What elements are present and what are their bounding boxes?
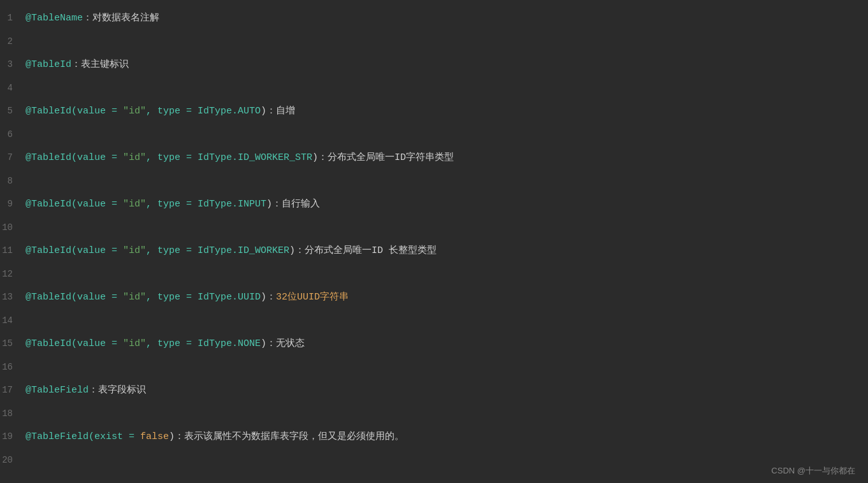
code-lines: 1@TableName：对数据表名注解23@TableId：表主键标识45@Ta… bbox=[0, 6, 868, 472]
code-line: 3@TableId：表主键标识 bbox=[0, 53, 868, 76]
code-segment: , type = IdType. bbox=[146, 106, 238, 117]
code-line: 18 bbox=[0, 402, 868, 425]
code-line: 2 bbox=[0, 30, 868, 53]
line-content: @TableField：表字段标识 bbox=[25, 379, 868, 402]
line-number: 1 bbox=[0, 6, 25, 29]
line-content: @TableId：表主键标识 bbox=[25, 54, 868, 76]
line-content: @TableId(value = "id", type = IdType.INP… bbox=[25, 193, 868, 216]
code-segment: )：自增 bbox=[261, 106, 295, 117]
code-segment: @TableId bbox=[25, 59, 71, 70]
code-segment: false bbox=[140, 431, 169, 442]
line-number: 20 bbox=[0, 449, 25, 472]
code-segment: )：分布式全局唯一ID 长整型类型 bbox=[289, 245, 437, 256]
line-number: 11 bbox=[0, 239, 25, 262]
code-segment: NONE bbox=[238, 338, 261, 349]
code-line: 10 bbox=[0, 216, 868, 239]
code-segment: )：分布式全局唯一ID字符串类型 bbox=[312, 152, 454, 163]
code-segment: , type = IdType. bbox=[146, 292, 238, 303]
code-segment: @TableId(value = bbox=[25, 292, 123, 303]
line-number: 2 bbox=[0, 30, 25, 53]
line-number: 14 bbox=[0, 309, 25, 332]
line-number: 9 bbox=[0, 192, 25, 215]
code-line: 19@TableField(exist = false)：表示该属性不为数据库表… bbox=[0, 425, 868, 449]
code-segment: )：自行输入 bbox=[266, 199, 320, 210]
code-segment: "id" bbox=[123, 199, 146, 210]
code-segment: 32位UUID字符串 bbox=[276, 292, 349, 303]
code-segment: "id" bbox=[123, 152, 146, 163]
line-number: 7 bbox=[0, 146, 25, 169]
code-segment: @TableId(value = bbox=[25, 106, 123, 117]
code-segment: @TableId(value = bbox=[25, 199, 123, 210]
code-line: 17@TableField：表字段标识 bbox=[0, 378, 868, 402]
code-segment: @TableId(value = bbox=[25, 338, 123, 349]
code-segment: INPUT bbox=[238, 199, 266, 210]
code-line: 20 bbox=[0, 449, 868, 472]
code-container: 1@TableName：对数据表名注解23@TableId：表主键标识45@Ta… bbox=[0, 0, 868, 483]
line-number: 4 bbox=[0, 76, 25, 99]
line-number: 19 bbox=[0, 425, 25, 448]
code-segment: )：表示该属性不为数据库表字段，但又是必须使用的。 bbox=[169, 431, 404, 442]
code-segment: ID_WORKER bbox=[238, 245, 289, 256]
line-content: @TableName：对数据表名注解 bbox=[25, 7, 868, 30]
code-segment: @TableId(value = bbox=[25, 245, 123, 256]
code-line: 12 bbox=[0, 263, 868, 285]
code-segment: , type = IdType. bbox=[146, 338, 238, 349]
code-segment: , type = IdType. bbox=[146, 245, 238, 256]
code-segment: @TableId(value = bbox=[25, 152, 123, 163]
code-line: 8 bbox=[0, 169, 868, 192]
code-segment: @TableField(exist = bbox=[25, 431, 140, 442]
code-segment: )： bbox=[261, 292, 276, 303]
code-segment: @TableName bbox=[25, 13, 83, 24]
line-content: @TableId(value = "id", type = IdType.ID_… bbox=[25, 240, 868, 263]
line-number: 12 bbox=[0, 263, 25, 285]
line-content: @TableField(exist = false)：表示该属性不为数据库表字段… bbox=[25, 426, 868, 449]
code-segment: )：无状态 bbox=[261, 338, 305, 349]
line-number: 6 bbox=[0, 123, 25, 146]
line-number: 5 bbox=[0, 99, 25, 122]
code-line: 7@TableId(value = "id", type = IdType.ID… bbox=[0, 146, 868, 169]
code-segment: @TableField bbox=[25, 385, 89, 396]
line-content: @TableId(value = "id", type = IdType.NON… bbox=[25, 333, 868, 356]
line-number: 18 bbox=[0, 402, 25, 425]
code-segment: UUID bbox=[238, 292, 261, 303]
line-number: 3 bbox=[0, 53, 25, 76]
code-segment: ：表主键标识 bbox=[71, 59, 129, 70]
code-segment: "id" bbox=[123, 245, 146, 256]
code-line: 1@TableName：对数据表名注解 bbox=[0, 6, 868, 30]
code-segment: "id" bbox=[123, 338, 146, 349]
code-segment: , type = IdType. bbox=[146, 199, 238, 210]
code-segment: ：表字段标识 bbox=[89, 385, 146, 396]
code-segment: ：对数据表名注解 bbox=[83, 13, 159, 24]
watermark: CSDN @十一与你都在 bbox=[771, 465, 855, 477]
code-segment: "id" bbox=[123, 292, 146, 303]
code-line: 6 bbox=[0, 123, 868, 146]
code-line: 13@TableId(value = "id", type = IdType.U… bbox=[0, 285, 868, 309]
code-line: 5@TableId(value = "id", type = IdType.AU… bbox=[0, 99, 868, 123]
line-number: 8 bbox=[0, 169, 25, 192]
code-line: 11@TableId(value = "id", type = IdType.I… bbox=[0, 239, 868, 263]
line-number: 17 bbox=[0, 378, 25, 401]
code-line: 16 bbox=[0, 356, 868, 378]
code-segment: , type = IdType. bbox=[146, 152, 238, 163]
line-content: @TableId(value = "id", type = IdType.UUI… bbox=[25, 286, 868, 309]
code-line: 14 bbox=[0, 309, 868, 332]
code-segment: AUTO bbox=[238, 106, 261, 117]
line-number: 15 bbox=[0, 332, 25, 355]
code-line: 4 bbox=[0, 76, 868, 99]
line-number: 10 bbox=[0, 216, 25, 239]
line-content: @TableId(value = "id", type = IdType.AUT… bbox=[25, 100, 868, 123]
code-line: 15@TableId(value = "id", type = IdType.N… bbox=[0, 332, 868, 356]
line-number: 16 bbox=[0, 356, 25, 378]
code-segment: ID_WORKER_STR bbox=[238, 152, 312, 163]
line-number: 13 bbox=[0, 285, 25, 308]
code-segment: "id" bbox=[123, 106, 146, 117]
line-content: @TableId(value = "id", type = IdType.ID_… bbox=[25, 147, 868, 169]
code-line: 9@TableId(value = "id", type = IdType.IN… bbox=[0, 192, 868, 216]
